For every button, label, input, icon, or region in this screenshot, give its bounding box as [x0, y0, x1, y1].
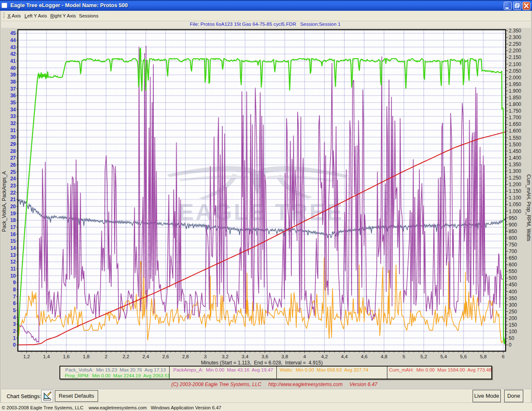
- svg-text:30: 30: [10, 134, 16, 140]
- svg-text:1.950: 1.950: [509, 81, 521, 87]
- svg-text:4,4: 4,4: [341, 354, 348, 359]
- svg-text:33: 33: [10, 113, 16, 119]
- svg-text:42: 42: [10, 51, 16, 57]
- svg-text:600: 600: [509, 262, 517, 268]
- svg-text:18: 18: [10, 217, 16, 223]
- svg-text:21: 21: [10, 197, 16, 202]
- svg-text:350: 350: [509, 295, 517, 301]
- svg-text:37: 37: [10, 86, 16, 92]
- svg-text:44: 44: [10, 37, 16, 43]
- svg-text:750: 750: [509, 242, 517, 248]
- svg-text:1.100: 1.100: [509, 195, 521, 201]
- svg-text:5: 5: [13, 308, 16, 313]
- svg-text:1.200: 1.200: [509, 182, 521, 187]
- svg-text:5: 5: [403, 354, 405, 359]
- svg-text:31: 31: [10, 128, 16, 133]
- svg-text:2.250: 2.250: [509, 41, 521, 47]
- svg-text:400: 400: [509, 289, 517, 295]
- svg-text:File: Protos 6sA123 15t Gas 64: File: Protos 6sA123 15t Gas 64-75-85 cyc…: [190, 21, 341, 27]
- svg-text:3,4: 3,4: [242, 354, 249, 359]
- svg-text:8: 8: [13, 287, 16, 293]
- svg-text:1.250: 1.250: [509, 175, 521, 181]
- svg-text:38: 38: [10, 79, 16, 85]
- svg-text:1.450: 1.450: [509, 148, 521, 154]
- svg-text:3,6: 3,6: [261, 354, 268, 359]
- svg-text:15: 15: [10, 238, 16, 244]
- svg-text:12: 12: [10, 259, 16, 265]
- svg-text:14: 14: [10, 245, 16, 251]
- svg-text:13: 13: [10, 252, 16, 258]
- svg-text:19: 19: [10, 211, 16, 217]
- svg-text:29: 29: [10, 141, 16, 147]
- svg-text:1.300: 1.300: [509, 168, 521, 174]
- svg-text:1.350: 1.350: [509, 162, 521, 167]
- svg-text:Pack_VoltsA, PackAmps_A: Pack_VoltsA, PackAmps_A: [1, 171, 7, 232]
- svg-text:26: 26: [10, 162, 16, 168]
- svg-text:500: 500: [509, 275, 517, 281]
- svg-text:20: 20: [10, 204, 16, 209]
- svg-text:200: 200: [509, 315, 517, 321]
- svg-text:4: 4: [13, 315, 16, 320]
- svg-text:2,2: 2,2: [123, 354, 129, 359]
- svg-text:1.400: 1.400: [509, 155, 521, 161]
- svg-text:1.550: 1.550: [509, 135, 521, 141]
- svg-text:27: 27: [10, 155, 16, 161]
- svg-text:50: 50: [509, 335, 515, 341]
- svg-text:4,8: 4,8: [381, 354, 387, 359]
- svg-text:23: 23: [10, 183, 16, 189]
- svg-text:850: 850: [509, 229, 517, 234]
- svg-text:43: 43: [10, 44, 16, 50]
- svg-text:2,6: 2,6: [162, 354, 169, 359]
- svg-text:1.050: 1.050: [509, 202, 521, 207]
- svg-text:40: 40: [10, 65, 16, 71]
- svg-text:4,2: 4,2: [321, 354, 328, 359]
- svg-text:1,4: 1,4: [43, 354, 50, 359]
- svg-text:1.850: 1.850: [509, 95, 521, 101]
- svg-text:0: 0: [13, 342, 16, 348]
- svg-text:16: 16: [10, 231, 16, 237]
- svg-text:1,2: 1,2: [23, 354, 30, 359]
- svg-text:7: 7: [13, 294, 16, 300]
- svg-text:5,6: 5,6: [460, 354, 467, 359]
- svg-text:2.300: 2.300: [509, 34, 521, 40]
- svg-text:4,6: 4,6: [361, 354, 367, 359]
- svg-text:1: 1: [13, 335, 16, 341]
- svg-text:2: 2: [13, 328, 16, 334]
- svg-text:5,2: 5,2: [421, 354, 427, 359]
- svg-text:100: 100: [509, 329, 517, 335]
- svg-text:9: 9: [13, 280, 16, 285]
- svg-text:1.800: 1.800: [509, 101, 521, 107]
- svg-text:150: 150: [509, 322, 517, 328]
- svg-text:2,8: 2,8: [182, 354, 189, 359]
- svg-text:1.700: 1.700: [509, 115, 521, 121]
- svg-text:2.000: 2.000: [509, 75, 521, 81]
- svg-text:2.350: 2.350: [509, 28, 521, 34]
- svg-text:1.500: 1.500: [509, 142, 521, 148]
- svg-text:11: 11: [10, 266, 16, 272]
- svg-text:700: 700: [509, 249, 517, 254]
- svg-text:900: 900: [509, 222, 517, 228]
- svg-text:32: 32: [10, 121, 16, 126]
- svg-text:6: 6: [502, 354, 504, 359]
- svg-text:4: 4: [303, 354, 306, 359]
- svg-text:950: 950: [509, 215, 517, 221]
- svg-text:250: 250: [509, 309, 517, 315]
- svg-text:28: 28: [10, 148, 16, 154]
- svg-text:41: 41: [10, 58, 16, 64]
- svg-text:3: 3: [204, 354, 207, 359]
- svg-text:450: 450: [509, 282, 517, 288]
- svg-text:300: 300: [509, 302, 517, 308]
- svg-text:6: 6: [13, 300, 16, 306]
- svg-text:45: 45: [10, 30, 16, 36]
- svg-text:550: 550: [509, 268, 517, 274]
- svg-text:800: 800: [509, 235, 517, 241]
- svg-text:17: 17: [10, 224, 16, 230]
- svg-text:5,8: 5,8: [480, 354, 487, 359]
- svg-text:1.150: 1.150: [509, 188, 521, 194]
- svg-text:2.150: 2.150: [509, 54, 521, 60]
- svg-text:35: 35: [10, 100, 16, 106]
- svg-text:5,4: 5,4: [440, 354, 447, 359]
- svg-text:2,4: 2,4: [143, 354, 150, 359]
- svg-text:34: 34: [10, 107, 16, 113]
- svg-text:1,6: 1,6: [63, 354, 70, 359]
